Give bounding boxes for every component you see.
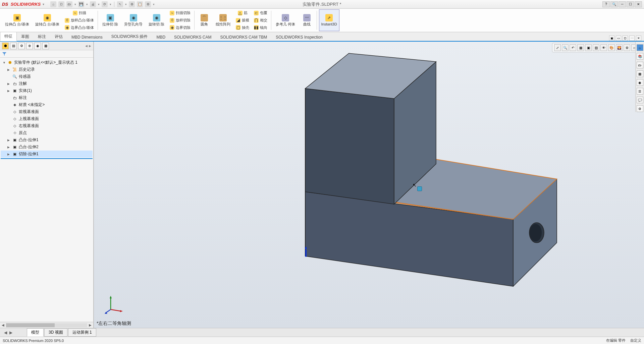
forum-icon[interactable]: 💬	[637, 97, 643, 103]
tree-item[interactable]: ▶▣凸台-拉伸1	[1, 136, 93, 144]
scroll-left-icon[interactable]: ◀	[0, 323, 6, 327]
tab-sketch[interactable]: 草图	[17, 32, 34, 41]
boundary-boss-button[interactable]: ◈边界凸台/基体	[63, 24, 96, 31]
rib-button[interactable]: △筋	[234, 9, 251, 17]
curves-button[interactable]: 〰曲线	[299, 9, 315, 31]
select-icon[interactable]: ↖	[117, 1, 123, 7]
view-palette-icon[interactable]: ▦	[637, 70, 643, 77]
tab-dimension[interactable]: 标注	[34, 32, 50, 41]
sidebar-prev-icon[interactable]: ◀	[85, 44, 88, 48]
tab-evaluate[interactable]: 评估	[50, 32, 67, 41]
tree-item[interactable]: ◇上视基准面	[1, 115, 93, 122]
pattern-button[interactable]: ⋮⋮线性阵列	[213, 9, 233, 31]
loft-cut-button[interactable]: ◊放样切除	[168, 17, 192, 24]
tree-item[interactable]: ▶▣凸台-拉伸2	[1, 144, 93, 151]
tab-close-icon[interactable]: ✕	[636, 36, 641, 41]
display-style-icon[interactable]: ▨	[593, 44, 599, 51]
close-button[interactable]: ✕	[635, 1, 642, 7]
sidebar-next-icon[interactable]: ▶	[89, 44, 91, 48]
zoom-fit-icon[interactable]: ⤢	[554, 44, 561, 51]
tab-expand-icon[interactable]: ▣	[609, 36, 614, 41]
draft-button[interactable]: ◢拔模	[234, 17, 251, 24]
feature-tree-tab-icon[interactable]: ⬢	[2, 43, 9, 49]
display-manager-tab-icon[interactable]: ◉	[34, 43, 41, 49]
instant3d-button[interactable]: ⇗Instant3D	[319, 9, 339, 31]
apply-scene-icon[interactable]: 🌄	[616, 44, 623, 51]
open-icon[interactable]: 🗁	[66, 1, 72, 7]
cam-task-icon[interactable]: ⚙	[637, 105, 643, 112]
settings-icon[interactable]: ⚙	[145, 1, 151, 7]
zoom-area-icon[interactable]: 🔍	[562, 44, 569, 51]
maximize-button[interactable]: ☐	[627, 1, 634, 7]
tree-item[interactable]: ▶🗀注解	[1, 80, 93, 87]
file-explorer-icon[interactable]: 🗁	[637, 62, 643, 68]
tree-root[interactable]: ▼⬢ 实验零件 (默认<<默认>_显示状态 1	[1, 59, 93, 66]
tab-inspection[interactable]: SOLIDWORKS Inspection	[271, 33, 327, 41]
home-icon[interactable]: ⌂	[50, 1, 56, 7]
feature-tree[interactable]: ▼⬢ 实验零件 (默认<<默认>_显示状态 1 ▶📜历史记录🔍传感器▶🗀注解▶▣…	[0, 58, 93, 322]
tab-features[interactable]: 特征	[0, 32, 17, 41]
3d-viewport[interactable]: ⤢ 🔍 ↶ ▦ ▣ ▨ 👁 🎨 🌄 ⚙ ▭ ⌂ 📚 🗁 ▦ ◉ ☰ 💬 ⚙	[94, 42, 644, 328]
new-icon[interactable]: 🗋	[58, 1, 64, 7]
dimxpert-tab-icon[interactable]: ⊕	[26, 43, 33, 49]
tree-item[interactable]: ▶📜历史记录	[1, 66, 93, 73]
3d-model[interactable]	[201, 52, 570, 306]
edit-appearance-icon[interactable]: 🎨	[608, 44, 615, 51]
hole-wizard-button[interactable]: ◉异型孔向导	[122, 9, 145, 31]
filter-icon[interactable]	[2, 52, 7, 56]
cam-tree-tab-icon[interactable]: ▦	[42, 43, 49, 49]
tree-item[interactable]: ◇前视基准面	[1, 108, 93, 115]
loft-button[interactable]: ◊放样凸台/基体	[63, 17, 96, 24]
custom-props-icon[interactable]: ☰	[637, 88, 643, 95]
tab-addins[interactable]: SOLIDWORKS 插件	[107, 32, 152, 41]
rebuild-icon[interactable]: ⟳	[102, 1, 108, 7]
revolve-boss-button[interactable]: ◉旋转凸 台/基体	[33, 9, 62, 31]
section-view-icon[interactable]: ▦	[577, 44, 584, 51]
previous-view-icon[interactable]: ↶	[570, 44, 576, 51]
boundary-cut-button[interactable]: ◈边界切除	[168, 24, 192, 31]
tab-mbd[interactable]: MBD	[152, 33, 170, 41]
tab-mbd-dimensions[interactable]: MBD Dimensions	[67, 33, 107, 41]
tree-item[interactable]: ▶▣切除-拉伸1	[1, 151, 93, 158]
minimize-button[interactable]: ─	[619, 1, 626, 7]
tree-item[interactable]: ▶▣实体(1)	[1, 87, 93, 94]
tree-item[interactable]: ⊹原点	[1, 129, 93, 136]
bottom-tab-model[interactable]: 模型	[27, 328, 44, 337]
fillet-button[interactable]: ⌒圆角	[197, 9, 212, 31]
tab-collapse-icon[interactable]: ▭	[616, 36, 621, 41]
sweep-cut-button[interactable]: ~扫描切除	[168, 9, 192, 17]
tree-item[interactable]: ◈材质 <未指定>	[1, 101, 93, 108]
property-manager-tab-icon[interactable]: ▤	[10, 43, 17, 49]
tab-cam-tbm[interactable]: SOLIDWORKS CAM TBM	[216, 33, 271, 41]
tree-item[interactable]: 🗀标注	[1, 94, 93, 101]
config-manager-tab-icon[interactable]: ⚙	[18, 43, 25, 49]
save-icon[interactable]: 💾	[78, 1, 84, 7]
print-icon[interactable]: 🖨	[90, 1, 96, 7]
revolve-cut-button[interactable]: ◉旋转切 除	[146, 9, 167, 31]
resources-tab-icon[interactable]: ⌂	[637, 44, 643, 51]
options-icon[interactable]: ⚙	[129, 1, 135, 7]
bottom-scroll-right-icon[interactable]: ▶	[8, 330, 13, 335]
tree-item[interactable]: ◇右视基准面	[1, 122, 93, 129]
sidebar-scrollbar[interactable]: ◀ ▶	[0, 322, 93, 328]
search-icon[interactable]: 🔍	[610, 1, 618, 7]
tree-rollback-bar[interactable]	[1, 158, 93, 159]
cut-extrude-button[interactable]: ▣拉伸切 除	[100, 9, 120, 31]
appearances-icon[interactable]: ◉	[637, 79, 643, 86]
hide-show-icon[interactable]: 👁	[600, 44, 607, 51]
tab-more-icon[interactable]: ⋯	[629, 36, 635, 41]
design-library-icon[interactable]: 📚	[637, 53, 643, 60]
bottom-scroll-left-icon[interactable]: ◀	[3, 330, 8, 335]
boss-extrude-button[interactable]: ▣拉伸凸 台/基体	[3, 9, 32, 31]
view-orientation-icon[interactable]: ▣	[585, 44, 592, 51]
scroll-right-icon[interactable]: ▶	[87, 323, 93, 327]
help-icon[interactable]: ?	[602, 1, 610, 7]
wrap-button[interactable]: ⊂包覆	[252, 9, 269, 17]
sweep-button[interactable]: ~扫描	[63, 9, 96, 17]
tab-restore-icon[interactable]: ⊡	[623, 36, 628, 41]
shell-button[interactable]: ▢抽壳	[234, 24, 251, 31]
refgeo-button[interactable]: ◇参考几 何体	[273, 9, 298, 31]
dropdown-icon[interactable]: ▾	[43, 2, 44, 6]
mirror-button[interactable]: ▮▮镜向	[252, 24, 269, 31]
intersect-button[interactable]: ⋂相交	[252, 17, 269, 24]
